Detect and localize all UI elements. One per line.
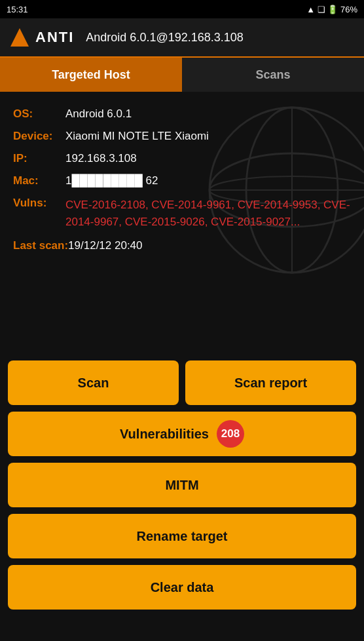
ip-label: IP: [13,152,65,165]
vulns-value: CVE-2016-2108, CVE-2014-9961, CVE-2014-9… [65,197,351,230]
device-label: Device: [13,130,65,143]
vulnerabilities-row: Vulnerabilities 208 [8,412,356,456]
mac-value: 1█████████ 62 [65,174,158,187]
mac-label: Mac: [13,174,65,187]
os-label: OS: [13,107,65,121]
logo-text: ANTI [35,29,74,46]
action-buttons: Scan Scan report Vulnerabilities 208 MIT… [0,354,364,616]
mac-row: Mac: 1█████████ 62 [13,174,351,187]
vulns-row: Vulns: CVE-2016-2108, CVE-2014-9961, CVE… [13,197,351,230]
clear-row: Clear data [8,565,356,610]
tab-scans[interactable]: Scans [182,58,364,92]
os-value: Android 6.0.1 [65,107,132,121]
mitm-row: MITM [8,463,356,507]
scan-report-button[interactable]: Scan report [185,360,356,405]
last-scan-row: Last scan: 19/12/12 20:40 [13,239,351,252]
last-scan-label: Last scan: [13,239,68,252]
ip-row: IP: 192.168.3.108 [13,152,351,165]
tab-bar: Targeted Host Scans [0,58,364,92]
mitm-button[interactable]: MITM [8,463,356,507]
status-icons: ▲ ❏ 🔋 76% [306,5,357,14]
vulnerabilities-button[interactable]: Vulnerabilities 208 [8,412,356,456]
logo-triangle-icon [9,27,30,48]
globe-decoration [200,98,364,282]
status-bar: 15:31 ▲ ❏ 🔋 76% [0,0,364,18]
tab-targeted-host[interactable]: Targeted Host [0,58,182,92]
vulns-label: Vulns: [13,197,65,230]
scan-button[interactable]: Scan [8,360,179,405]
rename-row: Rename target [8,514,356,558]
main-content: OS: Android 6.0.1 Device: Xiaomi MI NOTE… [0,92,364,354]
status-time: 15:31 [7,5,28,14]
app-logo: ANTI [9,27,74,48]
rename-button[interactable]: Rename target [8,514,356,558]
vuln-count-badge: 208 [217,420,244,448]
app-title: Android 6.0.1@192.168.3.108 [86,31,243,45]
ip-value: 192.168.3.108 [65,152,137,165]
app-header: ANTI Android 6.0.1@192.168.3.108 [0,18,364,58]
device-value: Xiaomi MI NOTE LTE Xiaomi [65,130,209,143]
svg-marker-0 [10,28,29,47]
os-row: OS: Android 6.0.1 [13,107,351,121]
scan-buttons-row: Scan Scan report [8,360,356,405]
vulnerabilities-label: Vulnerabilities [120,427,209,442]
device-row: Device: Xiaomi MI NOTE LTE Xiaomi [13,130,351,143]
clear-button[interactable]: Clear data [8,565,356,610]
last-scan-value: 19/12/12 20:40 [68,239,142,252]
